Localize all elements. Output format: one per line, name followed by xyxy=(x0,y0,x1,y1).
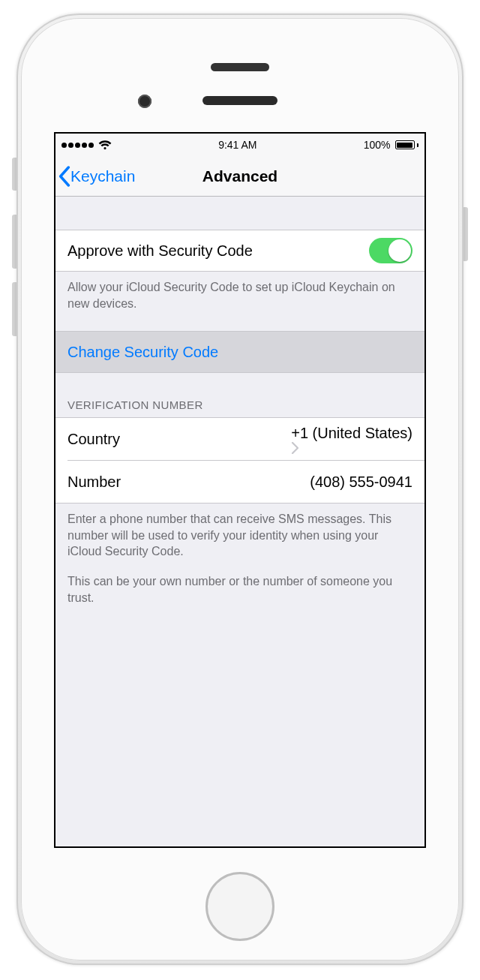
status-time: 9:41 AM xyxy=(218,139,256,151)
signal-strength-icon xyxy=(62,143,94,148)
country-label: Country xyxy=(68,431,120,448)
battery-percent: 100% xyxy=(364,139,391,151)
approve-security-code-cell[interactable]: Approve with Security Code xyxy=(56,230,424,272)
earpiece-speaker xyxy=(211,63,269,71)
back-label: Keychain xyxy=(70,167,135,185)
page-title: Advanced xyxy=(202,167,278,185)
sensor-slot xyxy=(202,96,278,105)
change-security-code-label: Change Security Code xyxy=(68,344,218,361)
chevron-right-icon xyxy=(291,442,412,454)
front-camera xyxy=(138,95,152,108)
content: Approve with Security Code Allow your iC… xyxy=(56,197,424,606)
verification-footnote-2: This can be your own number or the numbe… xyxy=(56,573,424,606)
approve-toggle[interactable] xyxy=(369,238,412,263)
phone-shell: 9:41 AM 100% Keychain Advanced Approv xyxy=(16,14,464,965)
chevron-left-icon xyxy=(58,166,70,187)
approve-footnote: Allow your iCloud Security Code to set u… xyxy=(56,272,424,311)
country-value-text: +1 (United States) xyxy=(291,425,412,441)
back-button[interactable]: Keychain xyxy=(58,156,135,196)
verification-section-header: VERIFICATION NUMBER xyxy=(56,373,424,417)
navigation-bar: Keychain Advanced xyxy=(56,156,424,197)
number-row[interactable]: Number (408) 555-0941 xyxy=(56,461,424,503)
country-value: +1 (United States) xyxy=(291,425,412,454)
status-bar: 9:41 AM 100% xyxy=(56,134,424,156)
country-row[interactable]: Country +1 (United States) xyxy=(56,418,424,460)
change-security-code-button[interactable]: Change Security Code xyxy=(56,331,424,373)
verification-group: Country +1 (United States) Number (408) … xyxy=(56,417,424,504)
number-value: (408) 555-0941 xyxy=(310,473,412,491)
battery-icon xyxy=(395,140,419,149)
screen: 9:41 AM 100% Keychain Advanced Approv xyxy=(54,132,426,848)
approve-label: Approve with Security Code xyxy=(68,242,253,260)
wifi-icon xyxy=(98,140,112,150)
home-button[interactable] xyxy=(206,872,274,941)
verification-footnote-1: Enter a phone number that can receive SM… xyxy=(56,504,424,560)
number-label: Number xyxy=(68,473,121,491)
